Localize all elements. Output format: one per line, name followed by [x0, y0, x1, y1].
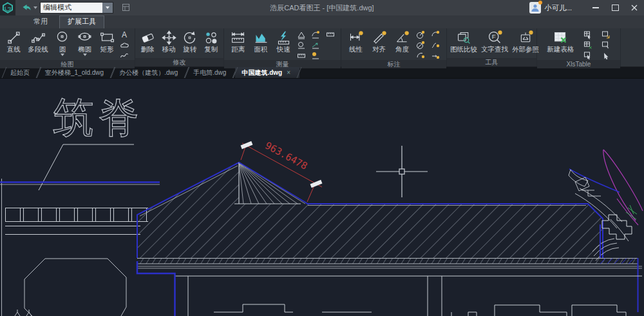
- spline-button[interactable]: [120, 51, 130, 60]
- jogged-dim-button[interactable]: [431, 41, 441, 50]
- distance-button[interactable]: 距离: [228, 29, 248, 60]
- arc-dim-button[interactable]: [416, 51, 426, 60]
- measure-coordinate-button[interactable]: [311, 41, 321, 50]
- copy-icon: [203, 30, 219, 46]
- dim-small-col-1: [415, 29, 427, 60]
- copy-button[interactable]: 复制: [201, 29, 221, 58]
- linear-dim-icon: [348, 30, 364, 46]
- cad-drawing[interactable]: 筑脊: [0, 79, 644, 316]
- angle-dim-button[interactable]: 角度: [392, 29, 412, 60]
- ribbon-empty-space: [621, 28, 644, 66]
- line-icon: [6, 30, 22, 46]
- measure-scale-button[interactable]: [297, 51, 307, 60]
- ribbon-group-draw: 直线 多段线 圆 椭圆 矩形 A: [0, 28, 135, 66]
- undo-icon[interactable]: [22, 4, 31, 12]
- new-table-button[interactable]: 新建表格: [545, 29, 576, 60]
- ribbon-group-dimension: 线性 对齐 角度 标注: [341, 28, 447, 66]
- erase-button[interactable]: 删除: [138, 29, 158, 58]
- roof-hatch: [137, 163, 603, 258]
- close-button[interactable]: [625, 0, 644, 15]
- measure-list-button[interactable]: [326, 30, 336, 39]
- doc-tab-flashlight[interactable]: 手电筒.dwg: [187, 67, 235, 78]
- diameter-dim-button[interactable]: [416, 41, 426, 50]
- area-icon: [253, 30, 269, 46]
- ordinate-dim-button[interactable]: [431, 51, 441, 60]
- revision-cloud-button[interactable]: [120, 41, 130, 50]
- tab-extended-tools[interactable]: 扩展工具: [59, 15, 104, 28]
- doc-tab-office-building[interactable]: 办公楼（建筑）.dwg: [113, 67, 187, 78]
- user-avatar[interactable]: [529, 2, 541, 14]
- rotate-button[interactable]: 旋转: [180, 29, 200, 58]
- measure-arc-button[interactable]: [311, 30, 321, 39]
- angle-dim-icon: [394, 30, 410, 46]
- minimize-button[interactable]: [586, 0, 605, 15]
- circle-button[interactable]: 圆: [52, 29, 72, 60]
- rectangle-button[interactable]: 矩形: [97, 29, 117, 60]
- linear-dim-button[interactable]: 线性: [346, 29, 366, 60]
- ellipse-button[interactable]: 椭圆: [75, 29, 95, 60]
- tab-close-icon[interactable]: ×: [287, 70, 290, 76]
- table-pick-button[interactable]: [601, 51, 612, 60]
- aligned-dim-icon: [371, 30, 387, 46]
- xls-small-col-2: [601, 29, 612, 60]
- left-datum-lines: [0, 179, 160, 316]
- document-tab-bar: 起始页 室外楼梯_1_old.dwg 办公楼（建筑）.dwg 手电筒.dwg 中…: [0, 67, 644, 79]
- title-bar: 编辑模式 浩辰CAD看图王 - [中国建筑.dwg] 小可儿...: [0, 0, 644, 15]
- measure-radius-button[interactable]: [297, 41, 307, 50]
- eave-band: [137, 259, 642, 269]
- arc-length-dim-button[interactable]: [431, 30, 441, 39]
- drawing-compare-icon: [456, 30, 472, 46]
- dropdown-caret-icon[interactable]: [83, 54, 87, 56]
- area-button[interactable]: 面积: [251, 29, 271, 60]
- username-label[interactable]: 小可儿...: [545, 3, 572, 13]
- table-update-button[interactable]: [601, 41, 612, 50]
- group-caption-tools: 工具: [447, 58, 536, 66]
- ribbon-group-tools: 图纸比较 F 文字查找 外部参照 工具: [447, 28, 537, 66]
- ribbon: 直线 多段线 圆 椭圆 矩形 A: [0, 28, 644, 67]
- measure-small-col-1: [296, 29, 308, 60]
- table-export-button[interactable]: [601, 30, 612, 39]
- mode-select-dropdown[interactable]: [102, 3, 113, 13]
- table-select-button[interactable]: [583, 51, 594, 60]
- aligned-dim-button[interactable]: 对齐: [369, 29, 389, 60]
- text-find-button[interactable]: F 文字查找: [479, 29, 510, 58]
- move-icon: [161, 30, 177, 46]
- text-button[interactable]: A: [120, 30, 130, 39]
- move-button[interactable]: 移动: [159, 29, 179, 58]
- measure-angle-button[interactable]: [297, 30, 307, 39]
- radius-dim-button[interactable]: [416, 30, 426, 39]
- ellipse-icon: [77, 30, 93, 46]
- mode-select[interactable]: 编辑模式: [40, 2, 113, 14]
- octagon-outline: [15, 259, 126, 316]
- dim-small-col-2: [430, 29, 442, 60]
- mode-select-value: 编辑模式: [41, 3, 102, 13]
- distance-icon: [230, 30, 246, 46]
- ridge-annotation-text: 筑脊: [53, 94, 143, 141]
- app-logo-icon[interactable]: [0, 0, 15, 15]
- group-caption-dimension: 标注: [341, 60, 446, 68]
- measure-sum-button[interactable]: [311, 51, 321, 60]
- tab-common[interactable]: 常用: [27, 15, 54, 28]
- ridge-fan: [234, 163, 308, 204]
- table-add-button[interactable]: [583, 41, 594, 50]
- group-caption-xlstable: XlsTable: [537, 60, 620, 68]
- doc-tab-outdoor-stairs[interactable]: 室外楼梯_1_old.dwg: [39, 67, 113, 78]
- maximize-button[interactable]: [605, 0, 625, 15]
- ribbon-group-xlstable: 新建表格 XlsTable: [537, 28, 621, 66]
- external-reference-button[interactable]: 外部参照: [510, 29, 541, 58]
- undo-dropdown-caret-icon[interactable]: [33, 6, 37, 9]
- quick-measure-button[interactable]: 快速: [274, 29, 294, 60]
- doc-tab-start-page[interactable]: 起始页: [4, 67, 39, 78]
- ribbon-group-measure: 距离 面积 快速 测量: [224, 28, 341, 66]
- svg-text:F: F: [491, 33, 495, 40]
- leader-line: [39, 144, 134, 190]
- dropdown-caret-icon[interactable]: [61, 54, 64, 56]
- doc-tab-chinese-architecture[interactable]: 中国建筑.dwg ×: [235, 67, 299, 78]
- line-button[interactable]: 直线: [4, 29, 24, 60]
- drawing-canvas[interactable]: 筑脊: [0, 79, 644, 316]
- toolbar-options-icon[interactable]: [122, 4, 129, 12]
- drawing-compare-button[interactable]: 图纸比较: [448, 29, 479, 58]
- polyline-button[interactable]: 多段线: [26, 29, 50, 60]
- new-table-icon: [553, 30, 569, 46]
- table-edit-button[interactable]: [583, 30, 594, 39]
